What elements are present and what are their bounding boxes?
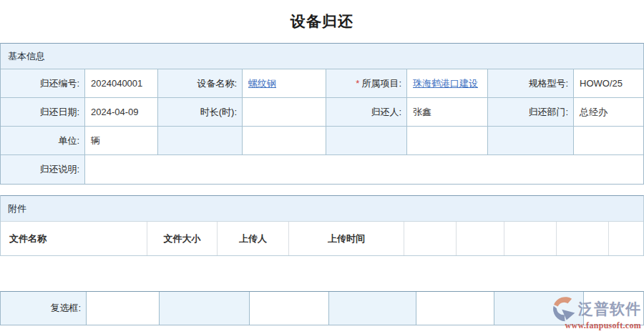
return-date-label: 归还日期:: [1, 98, 85, 126]
return-note-label: 归还说明:: [1, 155, 85, 184]
empty-value-cell: [574, 127, 643, 154]
equipment-name-label: 设备名称:: [158, 69, 243, 97]
empty-label-cell: [326, 127, 407, 154]
returner-label: 归还人:: [326, 98, 407, 126]
empty-label-cell: [158, 127, 243, 154]
checkbox-empty-cell: [160, 292, 250, 325]
spec-model-label: 规格型号:: [488, 69, 574, 97]
basic-info-row: 归还日期: 2024-04-09 时长(时): 归还人: 张鑫 归还部门: 总经…: [1, 98, 643, 127]
project-link[interactable]: 珠海鹤港口建设: [413, 77, 478, 90]
empty-value-cell: [243, 127, 326, 154]
duration-label: 时长(时):: [158, 98, 243, 126]
basic-info-row: 单位: 辆: [1, 127, 643, 155]
duration-value: [243, 98, 326, 126]
unit-label: 单位:: [1, 127, 85, 154]
attachments-header-row: 文件名称 文件大小 上传人 上传时间: [1, 222, 643, 255]
project-label: 所属项目:: [361, 77, 401, 90]
checkbox-empty-cell: [416, 292, 494, 325]
project-cell: 珠海鹤港口建设: [407, 69, 488, 97]
equipment-name-link[interactable]: 螺纹钢: [248, 77, 276, 90]
section-header-basic-info: 基本信息: [1, 44, 643, 69]
checkbox-empty-cell: [329, 292, 416, 325]
equipment-name-cell: 螺纹钢: [243, 69, 326, 97]
attachment-col-empty: [504, 222, 557, 255]
checkbox-value-cell: [87, 292, 160, 325]
attachment-col-empty: [557, 222, 609, 255]
basic-info-section: 基本信息 归还编号: 2024040001 设备名称: 螺纹钢 * 所属项目: …: [0, 43, 644, 185]
checkbox-label: 复选框:: [1, 292, 87, 325]
return-number-label: 归还编号:: [1, 69, 85, 97]
attachment-col-empty: [457, 222, 504, 255]
checkbox-empty-cell: [250, 292, 329, 325]
attachment-col-empty: [609, 222, 643, 255]
empty-label-cell: [488, 127, 574, 154]
attachments-section: 附件 文件名称 文件大小 上传人 上传时间: [0, 195, 644, 256]
return-date-value: 2024-04-09: [85, 98, 158, 126]
checkbox-row: 复选框:: [1, 292, 643, 325]
return-department-label: 归还部门:: [488, 98, 574, 126]
checkbox-empty-cell: [494, 292, 584, 325]
basic-info-row: 归还说明:: [1, 155, 643, 184]
return-department-value: 总经办: [574, 98, 643, 126]
returner-value: 张鑫: [407, 98, 488, 126]
project-label-cell: * 所属项目:: [326, 69, 407, 97]
empty-value-cell: [407, 127, 488, 154]
attachment-col-empty: [404, 222, 457, 255]
col-file-name: 文件名称: [1, 222, 147, 255]
checkbox-empty-cell: [584, 292, 643, 325]
return-note-value: [85, 155, 643, 184]
section-header-attachments: 附件: [1, 196, 643, 222]
page-title: 设备归还: [0, 0, 644, 31]
return-number-value: 2024040001: [85, 69, 158, 97]
basic-info-row: 归还编号: 2024040001 设备名称: 螺纹钢 * 所属项目: 珠海鹤港口…: [1, 69, 643, 98]
checkbox-section: 复选框:: [0, 291, 644, 325]
required-marker: *: [356, 78, 359, 89]
unit-value: 辆: [85, 127, 158, 154]
col-uploader: 上传人: [218, 222, 289, 255]
col-upload-time: 上传时间: [289, 222, 404, 255]
col-file-size: 文件大小: [147, 222, 218, 255]
spec-model-value: HOWO/25: [574, 69, 643, 97]
